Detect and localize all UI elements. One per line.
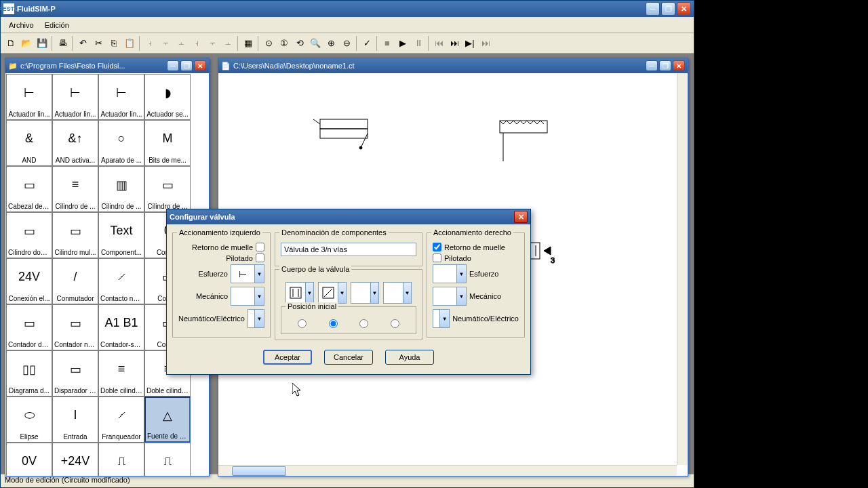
left-piloted-checkbox[interactable] xyxy=(256,253,264,262)
palette-item[interactable]: ▭Disparador d... xyxy=(52,350,98,396)
right-mech-label: Mecánico xyxy=(469,292,501,300)
chevron-down-icon: ▼ xyxy=(254,265,264,283)
component-name-input[interactable] xyxy=(281,243,416,256)
body-pos1-combo[interactable]: ▼ xyxy=(285,282,314,304)
initial-pos-radio-2[interactable] xyxy=(329,319,338,328)
cut-icon[interactable]: ✂ xyxy=(91,36,106,51)
check-icon[interactable]: ✓ xyxy=(359,36,374,51)
accept-button[interactable]: Aceptar xyxy=(263,350,312,365)
zoom-in-icon[interactable]: ⊕ xyxy=(323,36,338,51)
scrollbar-horizontal[interactable] xyxy=(218,465,677,476)
zoom-prev-icon[interactable]: ⟲ xyxy=(292,36,307,51)
body-pos4-combo[interactable]: ▼ xyxy=(383,282,412,304)
align-top-icon: ⫞ xyxy=(189,36,204,51)
palette-item[interactable]: ⟋Contacto no... xyxy=(98,258,144,304)
palette-item[interactable]: ≡Cilindro de ... xyxy=(52,166,98,212)
step-fwd-icon[interactable]: ⏭ xyxy=(447,36,462,51)
scrollbar-vertical[interactable] xyxy=(677,73,688,465)
initial-pos-radio-3[interactable] xyxy=(359,319,368,328)
dialog-titlebar[interactable]: Configurar válvula ✕ xyxy=(167,209,530,224)
play-icon[interactable]: ▶ xyxy=(395,36,410,51)
palette-item[interactable]: ▭Cabezal de i... xyxy=(6,166,52,212)
palette-item[interactable]: &↑AND activa... xyxy=(52,120,98,166)
canvas-minimize[interactable]: ─ xyxy=(646,60,658,71)
right-mech-combo[interactable]: ▼ xyxy=(433,287,467,306)
palette-item[interactable]: /Conmutador xyxy=(52,258,98,304)
canvas-close[interactable]: ✕ xyxy=(673,60,685,71)
initial-pos-radio-4[interactable] xyxy=(391,319,399,328)
minimize-button[interactable]: ─ xyxy=(646,2,660,16)
new-icon[interactable]: 🗋 xyxy=(3,36,18,51)
palette-item[interactable]: ▯▯Diagrama d... xyxy=(6,350,52,396)
palette-item[interactable]: ▭Contador ne... xyxy=(52,304,98,350)
undo-icon[interactable]: ↶ xyxy=(75,36,90,51)
palette-item[interactable]: ○Aparato de ... xyxy=(98,120,144,166)
maximize-button[interactable]: ❐ xyxy=(661,2,675,16)
palette-minimize[interactable]: ─ xyxy=(167,60,179,71)
palette-item[interactable]: ▭Cilindro mul... xyxy=(52,212,98,258)
canvas-titlebar[interactable]: 📄 C:\Users\Nadia\Desktop\noname1.ct ─ ❐ … xyxy=(218,58,688,73)
palette-item[interactable]: ⊢Actuador lin... xyxy=(98,74,144,120)
paste-icon[interactable]: 📋 xyxy=(122,36,137,51)
palette-item[interactable]: ⟋Franqueador xyxy=(98,396,144,443)
palette-item[interactable]: △Fuente de a... xyxy=(144,396,191,443)
right-pneu-combo[interactable]: ▼ xyxy=(433,309,450,328)
palette-item[interactable]: MBits de me... xyxy=(144,120,191,166)
palette-item[interactable]: &AND xyxy=(6,120,52,166)
canvas-maximize[interactable]: ❐ xyxy=(659,60,671,71)
scroll-thumb[interactable] xyxy=(232,466,286,476)
palette-item[interactable]: ⬭Elipse xyxy=(6,396,52,443)
palette-item[interactable]: ≡Doble cilindr... xyxy=(98,350,144,396)
body-pos3-combo[interactable]: ▼ xyxy=(351,282,379,304)
left-pneu-combo[interactable]: ▼ xyxy=(248,309,264,328)
zoom-region-icon[interactable]: 🔍 xyxy=(308,36,323,51)
left-effort-combo[interactable]: ⊢ ▼ xyxy=(231,264,264,283)
zoom-100-icon[interactable]: ① xyxy=(277,36,292,51)
left-spring-checkbox[interactable] xyxy=(256,243,264,251)
svg-line-2 xyxy=(313,119,320,124)
right-piloted-checkbox[interactable] xyxy=(433,253,441,262)
open-icon[interactable]: 📂 xyxy=(19,36,34,51)
right-spring-checkbox[interactable] xyxy=(433,243,441,251)
palette-item-label: Elipse xyxy=(7,433,52,442)
palette-item[interactable]: ⊢Actuador lin... xyxy=(52,74,98,120)
svg-rect-5 xyxy=(500,121,547,133)
palette-item[interactable]: ⊢Actuador lin... xyxy=(6,74,52,120)
print-icon[interactable]: 🖶 xyxy=(55,36,70,51)
zoom-out-icon[interactable]: ⊖ xyxy=(339,36,354,51)
palette-item[interactable]: ▥Cilindro de ... xyxy=(98,166,144,212)
canvas-title: C:\Users\Nadia\Desktop\noname1.ct xyxy=(233,62,646,70)
palette-item[interactable]: ⎍Generador d... xyxy=(98,443,144,476)
palette-item[interactable]: ▭Cilindro dobl... xyxy=(6,212,52,258)
grid-icon[interactable]: ▦ xyxy=(241,36,256,51)
palette-item[interactable]: ▭Contador de... xyxy=(6,304,52,350)
step-icon[interactable]: ▶| xyxy=(462,36,477,51)
cancel-button[interactable]: Cancelar xyxy=(324,350,373,365)
menu-archivo[interactable]: Archivo xyxy=(3,20,39,30)
palette-item[interactable]: ◗Actuador se... xyxy=(144,74,191,120)
close-button[interactable]: ✕ xyxy=(677,2,691,16)
palette-item[interactable]: 24VConexión el... xyxy=(6,258,52,304)
menu-edicion[interactable]: Edición xyxy=(39,20,75,30)
palette-close[interactable]: ✕ xyxy=(194,60,206,71)
app-icon: FESTO xyxy=(3,3,14,14)
zoom-fit-icon[interactable]: ⊙ xyxy=(261,36,276,51)
dialog-close-button[interactable]: ✕ xyxy=(514,211,528,223)
initial-pos-radio-1[interactable] xyxy=(298,319,307,328)
palette-item[interactable]: A1 B1Contador-se... xyxy=(98,304,144,350)
palette-item[interactable]: ⎍Generador d... xyxy=(144,443,191,476)
component-symbol-icon: ▯▯ xyxy=(22,351,36,387)
body-pos2-combo[interactable]: ▼ xyxy=(318,282,347,304)
palette-titlebar[interactable]: 📁 c:\Program Files\Festo Fluidsi... ─ ❐ … xyxy=(5,58,209,73)
save-icon[interactable]: 💾 xyxy=(35,36,50,51)
palette-item[interactable]: TextComponent... xyxy=(98,212,144,258)
palette-item[interactable]: 0VFuente de t... xyxy=(6,443,52,476)
palette-item[interactable]: IEntrada xyxy=(52,396,98,443)
copy-icon[interactable]: ⎘ xyxy=(106,36,121,51)
help-button[interactable]: Ayuda xyxy=(385,350,434,365)
right-effort-combo[interactable]: ▼ xyxy=(433,264,467,283)
palette-item[interactable]: +24VFuente de t... xyxy=(52,443,98,476)
palette-item[interactable]: ▭Cilindro de ... xyxy=(144,166,191,212)
palette-maximize[interactable]: ❐ xyxy=(180,60,193,71)
left-mech-combo[interactable]: ▼ xyxy=(231,287,264,306)
